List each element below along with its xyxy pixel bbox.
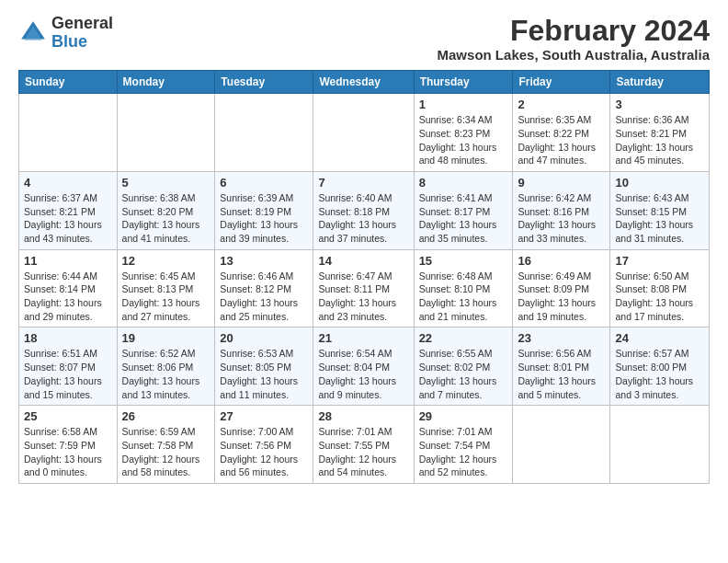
- calendar-cell: 22Sunrise: 6:55 AM Sunset: 8:02 PM Dayli…: [414, 327, 513, 406]
- day-number: 7: [318, 176, 408, 190]
- day-info: Sunrise: 6:41 AM Sunset: 8:17 PM Dayligh…: [419, 191, 508, 246]
- calendar-cell: 4Sunrise: 6:37 AM Sunset: 8:21 PM Daylig…: [19, 171, 118, 249]
- calendar-cell: 10Sunrise: 6:43 AM Sunset: 8:15 PM Dayli…: [610, 171, 710, 249]
- week-row-3: 11Sunrise: 6:44 AM Sunset: 8:14 PM Dayli…: [19, 249, 710, 327]
- day-info: Sunrise: 7:01 AM Sunset: 7:55 PM Dayligh…: [318, 425, 408, 479]
- calendar-cell: 15Sunrise: 6:48 AM Sunset: 8:10 PM Dayli…: [414, 249, 513, 327]
- day-info: Sunrise: 6:58 AM Sunset: 7:59 PM Dayligh…: [24, 425, 112, 479]
- header: General Blue February 2024 Mawson Lakes,…: [18, 15, 710, 63]
- day-info: Sunrise: 6:59 AM Sunset: 7:58 PM Dayligh…: [122, 425, 210, 479]
- day-number: 3: [615, 98, 704, 111]
- day-info: Sunrise: 6:47 AM Sunset: 8:11 PM Dayligh…: [318, 270, 408, 324]
- day-number: 26: [122, 409, 210, 423]
- calendar-cell: 9Sunrise: 6:42 AM Sunset: 8:16 PM Daylig…: [513, 171, 610, 249]
- day-header-thursday: Thursday: [414, 71, 513, 94]
- calendar-cell: 6Sunrise: 6:39 AM Sunset: 8:19 PM Daylig…: [215, 171, 313, 249]
- day-number: 11: [24, 254, 112, 268]
- day-info: Sunrise: 6:43 AM Sunset: 8:15 PM Dayligh…: [615, 191, 704, 246]
- calendar-table: SundayMondayTuesdayWednesdayThursdayFrid…: [18, 70, 710, 484]
- day-info: Sunrise: 6:36 AM Sunset: 8:21 PM Dayligh…: [615, 113, 704, 167]
- day-number: 12: [122, 254, 210, 268]
- calendar-cell: 19Sunrise: 6:52 AM Sunset: 8:06 PM Dayli…: [117, 327, 215, 406]
- day-info: Sunrise: 6:34 AM Sunset: 8:23 PM Dayligh…: [419, 113, 508, 167]
- calendar-cell: 27Sunrise: 7:00 AM Sunset: 7:56 PM Dayli…: [215, 406, 313, 484]
- day-number: 22: [419, 331, 508, 345]
- logo-icon: [18, 18, 48, 48]
- calendar-cell: 24Sunrise: 6:57 AM Sunset: 8:00 PM Dayli…: [610, 327, 710, 406]
- day-info: Sunrise: 6:54 AM Sunset: 8:04 PM Dayligh…: [318, 347, 408, 401]
- day-info: Sunrise: 6:42 AM Sunset: 8:16 PM Dayligh…: [518, 191, 605, 246]
- day-info: Sunrise: 6:48 AM Sunset: 8:10 PM Dayligh…: [419, 270, 508, 324]
- calendar-cell: 17Sunrise: 6:50 AM Sunset: 8:08 PM Dayli…: [610, 249, 710, 327]
- day-header-wednesday: Wednesday: [313, 71, 414, 94]
- day-number: 24: [615, 331, 704, 345]
- calendar-cell: 18Sunrise: 6:51 AM Sunset: 8:07 PM Dayli…: [19, 327, 118, 406]
- day-info: Sunrise: 7:01 AM Sunset: 7:54 PM Dayligh…: [419, 425, 508, 479]
- day-number: 21: [318, 331, 408, 345]
- day-info: Sunrise: 6:38 AM Sunset: 8:20 PM Dayligh…: [122, 191, 210, 246]
- day-number: 17: [615, 254, 704, 268]
- day-number: 28: [318, 409, 408, 423]
- day-info: Sunrise: 6:49 AM Sunset: 8:09 PM Dayligh…: [518, 270, 605, 324]
- calendar-cell: [313, 94, 414, 172]
- day-info: Sunrise: 6:56 AM Sunset: 8:01 PM Dayligh…: [518, 347, 605, 401]
- day-number: 10: [615, 176, 704, 190]
- calendar-cell: 1Sunrise: 6:34 AM Sunset: 8:23 PM Daylig…: [414, 94, 513, 172]
- calendar-header-row: SundayMondayTuesdayWednesdayThursdayFrid…: [19, 71, 710, 94]
- month-year: February 2024: [438, 15, 710, 47]
- day-info: Sunrise: 6:37 AM Sunset: 8:21 PM Dayligh…: [24, 191, 112, 246]
- day-header-saturday: Saturday: [610, 71, 710, 94]
- calendar-cell: 26Sunrise: 6:59 AM Sunset: 7:58 PM Dayli…: [117, 406, 215, 484]
- day-number: 1: [419, 98, 508, 111]
- day-number: 2: [518, 98, 605, 111]
- day-info: Sunrise: 6:51 AM Sunset: 8:07 PM Dayligh…: [24, 347, 112, 401]
- day-info: Sunrise: 6:39 AM Sunset: 8:19 PM Dayligh…: [220, 191, 308, 246]
- calendar-cell: 2Sunrise: 6:35 AM Sunset: 8:22 PM Daylig…: [513, 94, 610, 172]
- week-row-4: 18Sunrise: 6:51 AM Sunset: 8:07 PM Dayli…: [19, 327, 710, 406]
- day-info: Sunrise: 6:46 AM Sunset: 8:12 PM Dayligh…: [220, 270, 308, 324]
- day-number: 18: [24, 331, 112, 345]
- calendar-cell: 28Sunrise: 7:01 AM Sunset: 7:55 PM Dayli…: [313, 406, 414, 484]
- calendar-cell: [117, 94, 215, 172]
- calendar-cell: 12Sunrise: 6:45 AM Sunset: 8:13 PM Dayli…: [117, 249, 215, 327]
- calendar-cell: 11Sunrise: 6:44 AM Sunset: 8:14 PM Dayli…: [19, 249, 118, 327]
- day-info: Sunrise: 7:00 AM Sunset: 7:56 PM Dayligh…: [220, 425, 308, 479]
- calendar-cell: 5Sunrise: 6:38 AM Sunset: 8:20 PM Daylig…: [117, 171, 215, 249]
- calendar-cell: 23Sunrise: 6:56 AM Sunset: 8:01 PM Dayli…: [513, 327, 610, 406]
- day-number: 9: [518, 176, 605, 190]
- week-row-5: 25Sunrise: 6:58 AM Sunset: 7:59 PM Dayli…: [19, 406, 710, 484]
- day-info: Sunrise: 6:55 AM Sunset: 8:02 PM Dayligh…: [419, 347, 508, 401]
- calendar-cell: 14Sunrise: 6:47 AM Sunset: 8:11 PM Dayli…: [313, 249, 414, 327]
- day-header-friday: Friday: [513, 71, 610, 94]
- calendar-cell: [513, 406, 610, 484]
- day-number: 15: [419, 254, 508, 268]
- day-info: Sunrise: 6:35 AM Sunset: 8:22 PM Dayligh…: [518, 113, 605, 167]
- day-number: 25: [24, 409, 112, 423]
- week-row-1: 1Sunrise: 6:34 AM Sunset: 8:23 PM Daylig…: [19, 94, 710, 172]
- day-number: 20: [220, 331, 308, 345]
- day-number: 29: [419, 409, 508, 423]
- calendar-cell: 20Sunrise: 6:53 AM Sunset: 8:05 PM Dayli…: [215, 327, 313, 406]
- day-number: 14: [318, 254, 408, 268]
- logo: General Blue: [18, 15, 113, 52]
- calendar-cell: 25Sunrise: 6:58 AM Sunset: 7:59 PM Dayli…: [19, 406, 118, 484]
- day-number: 5: [122, 176, 210, 190]
- calendar-cell: 21Sunrise: 6:54 AM Sunset: 8:04 PM Dayli…: [313, 327, 414, 406]
- day-number: 13: [220, 254, 308, 268]
- calendar-cell: 8Sunrise: 6:41 AM Sunset: 8:17 PM Daylig…: [414, 171, 513, 249]
- day-info: Sunrise: 6:57 AM Sunset: 8:00 PM Dayligh…: [615, 347, 704, 401]
- day-info: Sunrise: 6:53 AM Sunset: 8:05 PM Dayligh…: [220, 347, 308, 401]
- title-area: February 2024 Mawson Lakes, South Austra…: [438, 15, 710, 63]
- day-number: 19: [122, 331, 210, 345]
- day-number: 8: [419, 176, 508, 190]
- calendar-cell: 29Sunrise: 7:01 AM Sunset: 7:54 PM Dayli…: [414, 406, 513, 484]
- day-header-tuesday: Tuesday: [215, 71, 313, 94]
- day-info: Sunrise: 6:40 AM Sunset: 8:18 PM Dayligh…: [318, 191, 408, 246]
- day-number: 16: [518, 254, 605, 268]
- calendar-cell: 13Sunrise: 6:46 AM Sunset: 8:12 PM Dayli…: [215, 249, 313, 327]
- calendar-cell: 16Sunrise: 6:49 AM Sunset: 8:09 PM Dayli…: [513, 249, 610, 327]
- location: Mawson Lakes, South Australia, Australia: [438, 47, 710, 63]
- day-number: 4: [24, 176, 112, 190]
- calendar-cell: 7Sunrise: 6:40 AM Sunset: 8:18 PM Daylig…: [313, 171, 414, 249]
- day-header-monday: Monday: [117, 71, 215, 94]
